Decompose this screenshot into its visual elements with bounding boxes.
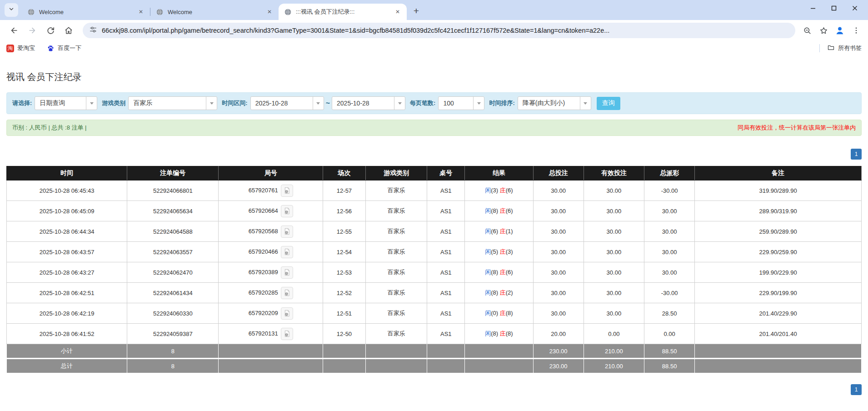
cell-valid-bet: 210.00: [584, 344, 644, 359]
close-icon[interactable]: ✕: [393, 7, 402, 16]
replay-video-button[interactable]: [281, 185, 293, 197]
table-row: 2025-10-28 06:41:52522924059387657920131…: [7, 324, 862, 344]
menu-dots-icon[interactable]: [849, 23, 863, 38]
cell-empty: [323, 359, 365, 373]
table-header-row: 时间注单编号局号场次游戏类别桌号结果总投注有效投注总派彩备注: [7, 166, 862, 180]
cell-total-bet[interactable]: 20.00: [533, 324, 584, 344]
taobao-icon: 淘: [6, 45, 14, 52]
back-button[interactable]: [6, 23, 22, 38]
cell-remark: 199.90/229.90: [695, 262, 862, 283]
cell-remark: 201.40/229.90: [695, 303, 862, 324]
replay-video-button[interactable]: [281, 287, 293, 299]
cell-time: 2025-10-28 06:41:52: [7, 324, 127, 344]
replay-video-button[interactable]: [281, 307, 293, 320]
cell-table-no: AS1: [427, 201, 465, 221]
replay-video-button[interactable]: [281, 266, 293, 279]
window-controls: [803, 0, 865, 16]
table-row: 2025-10-28 06:45:43522924066801657920761…: [7, 180, 862, 201]
cell-round-id: 657920664: [219, 201, 323, 221]
cell-count: 8: [127, 344, 219, 359]
cell-session: 12-51: [323, 303, 365, 324]
table-row: 2025-10-28 06:44:34522924064588657920568…: [7, 221, 862, 242]
round-number: 657920466: [249, 248, 278, 255]
all-bookmarks[interactable]: 所有书签: [819, 44, 862, 53]
cell-empty: [366, 344, 427, 359]
page-content: 视讯 会员下注纪录 请选择: 日期查询 游戏类别 百家乐 时间区间: 2025-…: [0, 71, 868, 395]
cell-remark: 201.40/201.40: [695, 324, 862, 344]
replay-video-button[interactable]: [281, 328, 293, 340]
bookmark-baidu[interactable]: 百度一下: [47, 44, 81, 52]
cell-total-bet[interactable]: 30.00: [533, 180, 584, 201]
cell-empty: [219, 359, 323, 373]
cell-payout: -30.00: [644, 283, 695, 303]
close-icon[interactable]: ✕: [265, 7, 274, 16]
cell-table-no: AS1: [427, 262, 465, 283]
close-window-button[interactable]: [844, 0, 865, 16]
zoom-icon[interactable]: [800, 23, 814, 38]
cell-total-bet[interactable]: 30.00: [533, 262, 584, 283]
date-to-select[interactable]: 2025-10-28: [332, 96, 405, 110]
forward-button[interactable]: [25, 23, 40, 38]
round-number: 657920664: [249, 207, 278, 214]
cell-valid-bet: 0.00: [584, 324, 644, 344]
bookmark-aitaobao[interactable]: 淘 爱淘宝: [6, 44, 35, 52]
bookmark-star-icon[interactable]: [816, 23, 831, 38]
page-1-button[interactable]: 1: [851, 149, 862, 160]
page-size-select[interactable]: 100: [438, 96, 484, 110]
cell-total-bet[interactable]: 30.00: [533, 242, 584, 262]
maximize-button[interactable]: [823, 0, 844, 16]
round-number: 657920389: [249, 268, 278, 275]
cell-valid-bet: 30.00: [584, 303, 644, 324]
cell-remark: 229.90/259.90: [695, 242, 862, 262]
column-header: 备注: [695, 166, 862, 180]
cell-round-id: 657920285: [219, 283, 323, 303]
cell-game-type: 百家乐: [366, 242, 427, 262]
reload-button[interactable]: [43, 23, 58, 38]
chevron-down-icon: [580, 97, 591, 110]
round-number: 657920285: [249, 289, 278, 296]
address-bar[interactable]: 66cxkj98.com/ipl/portal.php/game/betreco…: [83, 23, 795, 38]
cell-result: 闲(8) 庄(2): [465, 283, 533, 303]
close-icon[interactable]: ✕: [136, 7, 145, 16]
cell-remark: 259.90/289.90: [695, 221, 862, 242]
summary-bar: 币别 : 人民币 | 总共 :8 注单 | 同局有效投注，统一计算在该局第一张注…: [6, 120, 862, 136]
column-header: 有效投注: [584, 166, 644, 180]
tab-bet-records[interactable]: :::视讯 会员下注纪录::: ✕: [279, 4, 407, 20]
all-bookmarks-label: 所有书签: [838, 44, 862, 52]
cell-time: 2025-10-28 06:43:57: [7, 242, 127, 262]
query-type-select[interactable]: 日期查询: [35, 96, 97, 110]
query-button[interactable]: 查询: [597, 97, 620, 110]
chevron-down-icon: [473, 97, 484, 110]
url-text[interactable]: 66cxkj98.com/ipl/portal.php/game/betreco…: [102, 27, 789, 34]
cell-game-type: 百家乐: [366, 262, 427, 283]
cell-payout: 30.00: [644, 242, 695, 262]
sort-select[interactable]: 降幂(由大到小): [518, 96, 591, 110]
cell-total-bet[interactable]: 30.00: [533, 303, 584, 324]
home-button[interactable]: [61, 23, 76, 38]
tab-search-button[interactable]: [5, 3, 18, 17]
round-number: 657920131: [249, 330, 278, 336]
tab-welcome-2[interactable]: Welcome ✕: [150, 4, 279, 20]
date-from-select[interactable]: 2025-10-28: [250, 96, 324, 110]
site-info-icon[interactable]: [89, 25, 97, 35]
game-type-select[interactable]: 百家乐: [128, 96, 217, 110]
cell-label: 小计: [7, 344, 127, 359]
page-1-button[interactable]: 1: [851, 384, 862, 395]
tab-strip: Welcome ✕ Welcome ✕ :::视讯 会员下注纪录::: ✕ +: [0, 0, 868, 20]
cell-total-bet[interactable]: 30.00: [533, 201, 584, 221]
cell-total-bet[interactable]: 30.00: [533, 221, 584, 242]
cell-round-id: 657920131: [219, 324, 323, 344]
cell-remark: 229.90/199.90: [695, 283, 862, 303]
profile-avatar[interactable]: [833, 23, 847, 38]
minimize-button[interactable]: [803, 0, 823, 16]
replay-video-button[interactable]: [281, 205, 293, 217]
cell-bet-id: 522924062470: [127, 262, 219, 283]
tab-welcome-1[interactable]: Welcome ✕: [22, 4, 150, 20]
cell-time: 2025-10-28 06:42:51: [7, 283, 127, 303]
cell-total-bet[interactable]: 30.00: [533, 283, 584, 303]
new-tab-button[interactable]: +: [409, 4, 423, 18]
replay-video-button[interactable]: [281, 226, 293, 238]
replay-video-button[interactable]: [281, 246, 293, 258]
folder-icon: [827, 44, 835, 53]
cell-valid-bet: 30.00: [584, 221, 644, 242]
